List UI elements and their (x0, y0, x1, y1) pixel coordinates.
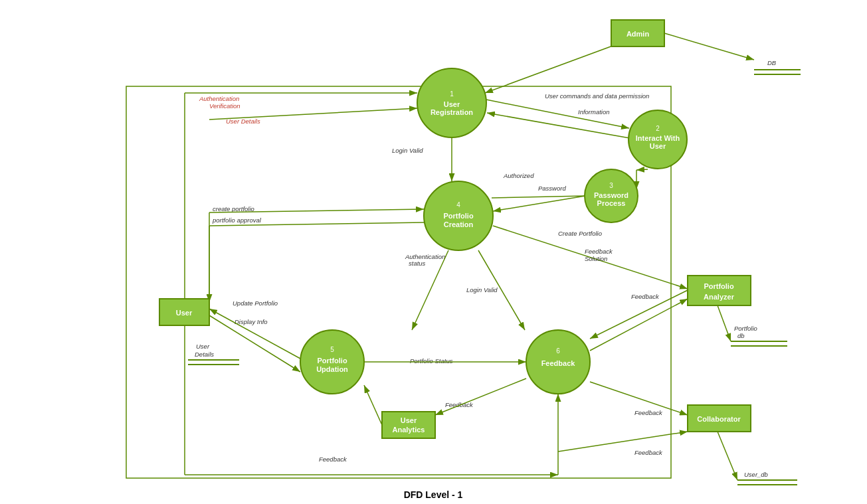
interact-to-password (636, 169, 648, 170)
admin-to-db-arrow (664, 33, 754, 60)
diagram-container: DB Portfolio db User_db User Details Use… (0, 0, 867, 504)
verification-label: Verification (209, 102, 241, 110)
feedback-num: 6 (556, 347, 560, 355)
login-valid-label: Login Valid (392, 147, 423, 154)
portfolio-db-label: Portfolio (734, 325, 757, 332)
update-portfolio-label: Update Portfolio (233, 299, 278, 307)
password-label-node: Password (594, 191, 628, 199)
user-details-db2: Details (195, 351, 214, 358)
feedback-collab-label: Feedback (634, 409, 663, 416)
authentication-label: Authentication (199, 95, 239, 102)
password-num: 3 (609, 182, 613, 189)
portfolio-updation-label2: Updation (316, 365, 348, 373)
feedback-label-node: Feedback (541, 359, 576, 367)
portfolio-creation-label: Portfolio (443, 212, 473, 220)
display-info-label: Display Info (235, 318, 268, 325)
portfolio-approval-label: portfolio approval (212, 216, 262, 224)
user-analytics-label2: Analytics (393, 426, 425, 434)
feedback-right-label: Feedback (631, 293, 660, 300)
authorized-label: Authorized (503, 172, 534, 179)
user-registration-label2: Registration (431, 108, 473, 116)
interact-label2: User (650, 142, 666, 150)
feedback-to-analytics (435, 378, 526, 415)
admin-label: Admin (626, 30, 650, 38)
portfolio-analyzer-label: Portfolio (704, 282, 733, 290)
authorized-line (492, 196, 585, 198)
analytics-to-updation (364, 385, 382, 425)
analyzer-to-db (718, 305, 731, 341)
portfolio-updation-label: Portfolio (317, 357, 347, 365)
updation-to-user (209, 309, 300, 359)
feedback-solution-label2: Solution (585, 255, 607, 262)
portfolio-analyzer-node (688, 276, 751, 305)
user-details-db: User (196, 343, 210, 350)
user-registration-num: 1 (450, 90, 454, 98)
auth-status-label2: status (409, 260, 426, 267)
db-label: DB (767, 59, 777, 66)
user-details-to-reg (209, 108, 417, 120)
feedback-solution-label: Feedback (585, 248, 613, 255)
portfolio-updation-num: 5 (330, 346, 334, 353)
feedback-bottom-long-label: Feedback (319, 456, 347, 463)
portfolio-creation-num: 4 (456, 201, 460, 209)
password-label-node2: Process (597, 199, 626, 207)
diagram-title: DFD Level - 1 (404, 489, 463, 500)
collab-to-userdb (718, 432, 737, 480)
feedback-to-analyzer (590, 299, 688, 351)
portfolio-creation-label2: Creation (444, 220, 474, 228)
interact-to-registration (487, 113, 630, 138)
portfolio-analyzer-label2: Analyzer (704, 293, 735, 301)
password-to-portfolio (493, 196, 585, 211)
feedback-collab2-label: Feedback (634, 449, 663, 456)
create-portfolio2-label: Create Portfolio (558, 230, 602, 237)
portfolio-db-label2: db (737, 332, 745, 339)
portfolio-status-label: Portfolio Status (410, 357, 453, 365)
login-valid2-label: Login Valid (466, 286, 498, 294)
interact-num: 2 (656, 125, 660, 132)
user-analytics-label: User (401, 416, 417, 424)
information-label: Information (578, 108, 610, 116)
user-label: User (176, 309, 193, 317)
password-label: Password (538, 185, 566, 192)
user-db-label: User_db (744, 471, 768, 478)
feedback-to-collab2 (558, 432, 688, 452)
user-registration-label: User (444, 100, 460, 108)
collaborator-label: Collaborator (697, 415, 741, 423)
feedback-bottom-label: Feedback (445, 401, 474, 408)
user-commands-label: User commands and data permission (545, 92, 649, 100)
interact-label: Interact With (636, 134, 680, 142)
